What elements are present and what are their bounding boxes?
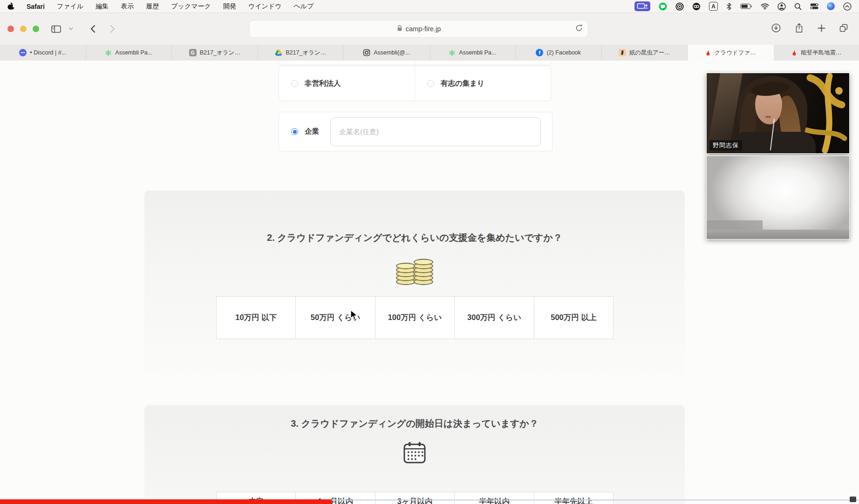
insect-art-icon	[619, 49, 626, 56]
sidebar-toggle-button[interactable]	[51, 13, 61, 45]
asterisk-icon	[105, 49, 112, 56]
tab-b217-drive[interactable]: B217_オラン…	[258, 45, 344, 61]
new-tab-button[interactable]	[818, 24, 825, 34]
collapse-chevron-icon[interactable]	[843, 2, 852, 11]
macos-menu-bar: Safari ファイル 編集 表示 履歴 ブックマーク 開発 ウインドウ ヘルプ	[0, 0, 859, 13]
document-icon: G	[189, 49, 197, 56]
minimize-window-button[interactable]	[20, 26, 27, 32]
video-progress-bar[interactable]	[0, 499, 859, 504]
menu-develop[interactable]: 開発	[223, 2, 236, 11]
participant-body	[734, 132, 816, 153]
campfire-flame-icon	[791, 49, 798, 56]
forward-button[interactable]	[110, 13, 116, 45]
input-source-icon[interactable]: A	[709, 2, 718, 11]
second-video-panel	[706, 156, 850, 239]
tab-paper-insect[interactable]: 紙の昆虫アー…	[602, 45, 688, 61]
reload-button[interactable]	[575, 24, 583, 34]
back-button[interactable]	[90, 13, 95, 45]
tab-label: Assembli Pa...	[459, 49, 496, 56]
lock-icon	[397, 25, 402, 33]
menu-app-name[interactable]: Safari	[27, 3, 45, 10]
cutoff-row-fragment	[279, 61, 551, 65]
amount-option-1[interactable]: 10万円 以下	[217, 297, 295, 339]
screen-share-status-icon[interactable]	[634, 1, 650, 11]
coin-stacks-icon	[144, 256, 685, 286]
tab-label: • Discord | #...	[30, 49, 66, 56]
address-bar[interactable]: camp-fire.jp	[249, 20, 588, 38]
tab-label: Assembli Pa...	[115, 49, 152, 56]
window-controls	[7, 26, 39, 32]
tab-label: 紙の昆虫アー…	[629, 49, 670, 57]
share-button[interactable]	[795, 23, 804, 35]
amount-option-4[interactable]: 300万円 くらい	[454, 297, 533, 339]
instagram-icon	[363, 49, 370, 56]
tab-label: 能登半島地震…	[801, 49, 842, 57]
asterisk-icon	[449, 49, 456, 56]
url-text: camp-fire.jp	[406, 25, 441, 33]
wifi-icon[interactable]	[761, 3, 769, 10]
zoom-window-button[interactable]	[33, 26, 39, 32]
question2-title: 2. クラウドファンディングでどれくらいの支援金を集めたいですか？	[144, 191, 685, 244]
amount-option-2[interactable]: 50万円 くらい	[295, 297, 375, 339]
player-corner-icon	[850, 497, 856, 502]
menu-file[interactable]: ファイル	[57, 2, 83, 11]
option-nonprofit[interactable]: 非営利法人	[279, 66, 415, 101]
discord-icon	[19, 49, 27, 56]
amount-options: 10万円 以下 50万円 くらい 100万円 くらい 300万円 くらい 500…	[216, 296, 614, 339]
menu-view[interactable]: 表示	[121, 2, 134, 11]
campfire-flame-icon	[705, 49, 711, 56]
close-window-button[interactable]	[7, 26, 14, 32]
apple-menu-icon[interactable]	[7, 2, 14, 10]
option-company-row[interactable]: 企業	[279, 112, 552, 151]
safari-toolbar: camp-fire.jp	[0, 13, 859, 45]
tab-instagram[interactable]: Assembli(@...	[344, 45, 430, 61]
line-app-icon[interactable]	[659, 2, 667, 11]
menu-bookmarks[interactable]: ブックマーク	[171, 2, 211, 11]
bluetooth-icon[interactable]	[726, 3, 732, 10]
option-label: 企業	[305, 127, 319, 136]
spotlight-search-icon[interactable]	[794, 3, 802, 10]
menu-edit[interactable]: 編集	[95, 2, 109, 11]
creative-cloud-icon[interactable]	[692, 2, 701, 11]
calendar-icon	[144, 441, 685, 464]
radio-unselected[interactable]	[291, 80, 298, 87]
tab-bar: • Discord | #... Assembli Pa... G B217_オ…	[0, 45, 859, 61]
amount-option-3[interactable]: 100万円 くらい	[375, 297, 454, 339]
menu-help[interactable]: ヘルプ	[294, 2, 314, 11]
downloads-button[interactable]	[771, 23, 781, 34]
tab-assembli-2[interactable]: Assembli Pa...	[430, 45, 516, 61]
option-label: 非営利法人	[305, 79, 341, 89]
tab-assembli-1[interactable]: Assembli Pa...	[86, 45, 172, 61]
sidebar-chevron-icon[interactable]	[69, 13, 73, 45]
video-call-overlay: 野間志保	[706, 73, 850, 239]
battery-icon[interactable]	[740, 3, 752, 9]
siri-icon[interactable]	[827, 2, 835, 10]
tab-label: B217_オラン…	[286, 49, 326, 57]
tab-label: クラウドファ…	[715, 49, 756, 57]
control-center-icon[interactable]	[810, 3, 818, 9]
record-status-icon[interactable]	[675, 2, 684, 11]
tab-crowdfunding-active[interactable]: クラウドファ…	[688, 45, 774, 61]
question2-section: 2. クラウドファンディングでどれくらいの支援金を集めたいですか？ 10万円 以…	[144, 191, 685, 375]
user-status-icon[interactable]	[777, 2, 786, 11]
google-drive-icon	[275, 49, 282, 56]
mouse-cursor	[349, 309, 359, 320]
radio-selected[interactable]	[291, 128, 298, 135]
amount-option-5[interactable]: 500万円 以上	[534, 297, 613, 339]
company-name-input[interactable]	[330, 117, 541, 146]
radio-unselected[interactable]	[427, 80, 434, 87]
menu-window[interactable]: ウインドウ	[248, 2, 282, 11]
tab-discord[interactable]: • Discord | #...	[0, 45, 86, 61]
tab-label: B217_オラン…	[200, 49, 240, 57]
tab-noto-earthquake[interactable]: 能登半島地震…	[774, 45, 859, 61]
question3-title: 3. クラウドファンディングの開始日は決まっていますか？	[144, 405, 685, 430]
tab-b217-doc[interactable]: G B217_オラン…	[172, 45, 258, 61]
tab-label: Assembli(@...	[374, 49, 410, 56]
option-label: 有志の集まり	[441, 79, 484, 89]
tab-facebook[interactable]: f (2) Facebook	[516, 45, 602, 61]
menu-history[interactable]: 履歴	[146, 2, 159, 11]
participant-name-tag: 野間志保	[709, 140, 742, 150]
question3-section: 3. クラウドファンディングの開始日は決まっていますか？ 未定 1ヶ月以内 3ヶ…	[144, 405, 685, 504]
option-volunteer-group[interactable]: 有志の集まり	[415, 66, 551, 101]
tab-overview-button[interactable]	[839, 24, 848, 34]
